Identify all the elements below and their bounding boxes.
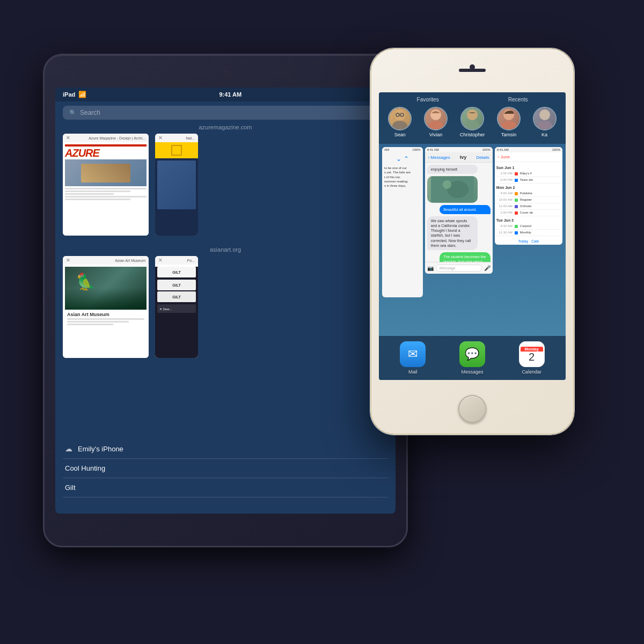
sidebar-item-iphone[interactable]: ☁ Emily's iPhone xyxy=(63,439,388,459)
bookmark-label-1: Cool Hunting xyxy=(65,464,105,472)
azure-text-content xyxy=(65,188,147,200)
contact-ka[interactable]: Ka xyxy=(533,107,557,137)
calendar-day-label: 2 xyxy=(529,352,535,362)
svg-point-15 xyxy=(443,180,451,189)
ipad-tabs-area: azuremagazine.com ✕ Azure Magazine - Des… xyxy=(55,124,396,358)
tab-close-azure[interactable]: ✕ xyxy=(66,135,70,141)
svg-point-1 xyxy=(392,121,407,129)
mini-screen-messages[interactable]: 9:41 AM 100% ‹ Messages Ivy Details xyxy=(425,147,493,274)
tab-title-natgeo: Nat... xyxy=(186,136,195,140)
cal-event-register[interactable]: 10:00 AM Register xyxy=(496,197,561,203)
event-dot xyxy=(515,192,518,195)
mini-screen-calendar[interactable]: 9:41 AM 100% ‹ June Sun Jun 1 2:00 PM Ri… xyxy=(495,147,562,245)
back-chevron: ‹ xyxy=(428,155,430,160)
mic-icon[interactable]: 🎤 xyxy=(484,265,491,271)
event-dot xyxy=(515,199,518,202)
ipad-device-label: iPad xyxy=(63,91,75,98)
po-close-stack[interactable]: ✕ Desi... xyxy=(155,304,198,313)
ipad-sidebar-items: ☁ Emily's iPhone Cool Hunting Gilt xyxy=(63,439,388,497)
cal-event-cover[interactable]: 2:00 PM Cover de xyxy=(496,210,561,216)
iphone-speaker xyxy=(459,69,486,72)
msg-received-2: We saw whale spouts and a California con… xyxy=(427,216,478,250)
tab-header-azure: ✕ Azure Magazine - Design | Archi... xyxy=(63,134,149,142)
messages-back-btn[interactable]: ‹ Messages xyxy=(428,155,450,160)
tab-card-natgeo[interactable]: ✕ Nat... xyxy=(155,134,198,236)
vivian-name: Vivian xyxy=(429,132,442,137)
sidebar-item-coolhunting[interactable]: Cool Hunting xyxy=(63,459,388,478)
search-icon: 🔍 xyxy=(69,109,77,116)
text-line xyxy=(67,321,129,323)
avatar-tamsin xyxy=(497,107,521,130)
asian-art-content: 🦜 Asian Art Museum xyxy=(63,265,149,358)
asian-art-hero-image: 🦜 xyxy=(65,267,147,310)
cal-event-ortho[interactable]: 11:00 AM Orthodo xyxy=(496,203,561,210)
imessage-input[interactable]: iMessage xyxy=(436,265,482,272)
iphone-screen: Favorites Recents xyxy=(379,92,566,380)
today-button[interactable]: Today Cale xyxy=(495,238,562,245)
tab-group-azure: azuremagazine.com ✕ Azure Magazine - Des… xyxy=(63,124,388,236)
tab-card-azure[interactable]: ✕ Azure Magazine - Design | Archi... AZU… xyxy=(63,134,149,236)
contact-christopher[interactable]: Christopher xyxy=(460,107,485,137)
svg-point-12 xyxy=(537,121,552,129)
cal-event-rileys[interactable]: 2:00 PM Riley's F xyxy=(496,171,561,177)
svg-point-6 xyxy=(428,121,443,129)
wifi-icon: 📶 xyxy=(78,91,86,98)
ipad-search-bar[interactable]: 🔍 Search xyxy=(63,106,388,120)
iphone-home-button[interactable] xyxy=(458,395,486,423)
tab-card-asianart[interactable]: ✕ Asian Art Museum 🦜 Asian Art Museum xyxy=(63,256,149,358)
calendar-nav: ‹ June xyxy=(495,152,562,162)
asian-art-text: Asian Art Museum xyxy=(65,310,147,328)
tab-close-asianart[interactable]: ✕ xyxy=(66,258,70,263)
event-dot xyxy=(515,231,518,235)
search-placeholder: Search xyxy=(80,109,100,116)
contact-vivian[interactable]: Vivian xyxy=(424,107,448,137)
sidebar-item-gilt[interactable]: Gilt xyxy=(63,478,388,497)
contact-tamsin[interactable]: Tamsin xyxy=(497,107,521,137)
favorites-recents-bar: Favorites Recents xyxy=(379,92,566,144)
tab-close-natgeo[interactable]: ✕ xyxy=(158,135,163,141)
christopher-name: Christopher xyxy=(460,132,485,137)
messages-bubble-icon: 💬 xyxy=(465,347,479,361)
ipad-status-left: iPad 📶 xyxy=(63,91,86,98)
tab-close-po[interactable]: ✕ xyxy=(158,258,163,263)
cal-day-mon: Mon Jun 2 xyxy=(496,185,561,191)
iphone-device: Favorites Recents xyxy=(370,48,574,435)
ka-photo xyxy=(534,108,555,129)
camera-icon[interactable]: 📷 xyxy=(427,265,434,271)
messages-details-btn[interactable]: Details xyxy=(476,155,489,160)
calendar-back-btn[interactable]: ‹ June xyxy=(498,155,510,159)
scene: iPad 📶 9:41 AM 100% 🔍 Search azuremagazi… xyxy=(27,27,617,617)
cal-event-team[interactable]: 6:00 PM Team din xyxy=(496,177,561,184)
messages-body: enjoying herself. Beautiful all around. … xyxy=(425,163,493,274)
azure-content: AZURE xyxy=(63,142,149,236)
calendar-icon: Monday 2 xyxy=(519,341,545,367)
cal-day-sun: Sun Jun 1 xyxy=(496,165,561,171)
cal-day-tue: Tue Jun 3 xyxy=(496,217,561,223)
bookmark-label-2: Gilt xyxy=(65,484,76,492)
dock-app-messages[interactable]: 💬 Messages xyxy=(459,341,485,375)
text-line xyxy=(65,191,130,192)
dock-app-calendar[interactable]: Monday 2 Calendar xyxy=(519,341,545,375)
ipad-time: 9:41 AM xyxy=(219,91,241,98)
recents-label: Recents xyxy=(508,97,528,103)
sean-photo xyxy=(389,108,411,129)
christopher-photo xyxy=(462,108,483,129)
contact-sean[interactable]: Sean xyxy=(388,107,412,137)
avatar-ka xyxy=(533,107,557,130)
calendar-body: Sun Jun 1 2:00 PM Riley's F 6:00 PM Team… xyxy=(495,162,562,238)
event-dot xyxy=(515,211,518,215)
cal-event-monthly[interactable]: 11:30 AM Monthly xyxy=(496,230,561,236)
cal-time: 9:41 AM xyxy=(497,148,509,151)
mini-status-left: AM 100% xyxy=(382,147,423,152)
mini-screen-left[interactable]: AM 100% ⌄ ⌃ to be one of our s yet. The … xyxy=(382,147,423,297)
tab-title-azure: Azure Magazine - Design | Archi... xyxy=(89,136,145,140)
contacts-row: Sean xyxy=(382,105,562,140)
cloud-icon: ☁ xyxy=(65,444,72,453)
messages-label: Messages xyxy=(461,369,483,375)
dock-app-mail[interactable]: ✉ Mail xyxy=(400,341,426,375)
cal-event-carpool[interactable]: 8:30 AM Carpool xyxy=(496,223,561,230)
tab-card-po[interactable]: ✕ Po... GILT GILT GILT ✕ Desi... xyxy=(155,256,198,358)
tamsin-photo xyxy=(498,108,519,129)
cal-event-publish[interactable]: 8:00 AM Publishe xyxy=(496,191,561,197)
tab-url-label-2: asianart.org xyxy=(63,246,388,253)
